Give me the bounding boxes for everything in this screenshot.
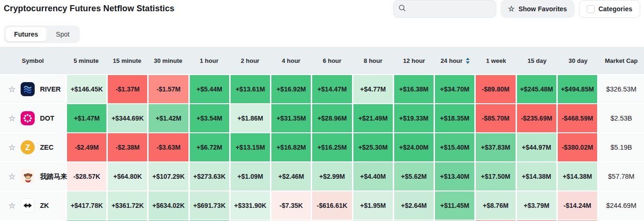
netflow-cell-15-minute: -$2.38M: [108, 133, 147, 161]
netflow-cell-12-hour: +$5.62M: [394, 162, 434, 191]
zksync-icon: [21, 198, 35, 213]
netflow-cell-30-minute: +$634.02K: [149, 191, 188, 220]
netflow-cell-24-hour: +$18.35M: [435, 104, 474, 132]
col-header-label: 6 hour: [323, 57, 342, 64]
col-header-15-minute[interactable]: 15 minute: [106, 47, 147, 74]
netflow-cell-4-hour: +$16.82M: [271, 133, 311, 161]
table-row: ☆DOT+$1.47M+$344.69K+$1.42M+$3.54M+$1.86…: [0, 104, 644, 132]
col-header-12-hour[interactable]: 12 hour: [394, 47, 434, 74]
symbol-cell-dot[interactable]: ☆DOT: [0, 104, 66, 132]
netflow-cell-8-hour: +$25.30M: [353, 133, 393, 161]
netflow-table: Symbol5 minute15 minute30 minute1 hour2 …: [0, 47, 644, 221]
page-title: Cryptocurrency Futures Netflow Statistic…: [4, 4, 174, 14]
coin-symbol-label: ZEC: [40, 144, 53, 151]
netflow-cell-8-hour: +$4.77M: [353, 75, 393, 103]
symbol-cell--[interactable]: ☆我踏马来了: [0, 162, 66, 191]
col-header-5-minute[interactable]: 5 minute: [66, 47, 106, 74]
netflow-cell-15-minute: +$64.80K: [108, 162, 147, 191]
market-cap-cell: $244.69M: [599, 191, 644, 220]
netflow-cell-1-hour: +$5.44M: [190, 75, 229, 103]
sort-arrows-icon[interactable]: [466, 58, 470, 64]
netflow-cell-2-hour: +$1.09M: [231, 162, 270, 191]
netflow-cell-6-hour: -$616.61K: [312, 191, 352, 220]
table-row: ☆我踏马来了-$28.57K+$64.80K+$107.29K+$273.63K…: [0, 162, 644, 191]
netflow-cell-24-hour: +$34.70M: [435, 75, 474, 103]
netflow-cell-6-hour: +$28.96M: [312, 104, 352, 132]
search-input[interactable]: [409, 5, 491, 13]
star-icon: ☆: [508, 5, 515, 13]
netflow-cell-2-hour: +$331.90K: [231, 191, 270, 220]
show-favorites-label: Show Favorites: [518, 5, 567, 13]
tab-spot[interactable]: Spot: [47, 27, 78, 41]
col-header-label: 8 hour: [364, 57, 382, 64]
tab-futures[interactable]: Futures: [6, 27, 46, 41]
favorite-star-icon[interactable]: ☆: [8, 85, 15, 93]
netflow-cell-15-day: +$3.79M: [517, 191, 556, 220]
netflow-cell-30-day: -$468.59M: [558, 104, 597, 132]
netflow-cell-5-minute: -$2.49M: [67, 133, 106, 161]
netflow-cell-5-minute: -$28.57K: [67, 162, 106, 191]
netflow-cell-6-hour: +$16.25M: [312, 133, 352, 161]
col-header-4-hour[interactable]: 4 hour: [270, 47, 311, 74]
netflow-cell-12-hour: +$16.38M: [394, 75, 434, 103]
col-header-30-day[interactable]: 30 day: [558, 47, 599, 74]
netflow-cell-1-week: +$8.76M: [476, 191, 515, 220]
checkbox-icon[interactable]: [587, 5, 595, 13]
netflow-cell-15-day: +$14.38M: [517, 162, 556, 191]
col-header-30-minute[interactable]: 30 minute: [148, 47, 188, 74]
categories-label: Categories: [599, 5, 632, 13]
netflow-cell-1-hour: +$6.72M: [190, 133, 229, 161]
symbol-cell-zec[interactable]: ☆ZZEC: [0, 133, 66, 161]
netflow-cell-1-week: -$89.80M: [476, 75, 515, 103]
col-header-15-day[interactable]: 15 day: [517, 47, 557, 74]
netflow-cell-12-hour: +$19.33M: [394, 104, 434, 132]
coin-symbol-label: RIVER: [40, 85, 60, 93]
netflow-cell-24-hour: +$13.40M: [435, 162, 474, 191]
col-header-6-hour[interactable]: 6 hour: [312, 47, 352, 74]
netflow-cell-8-hour: +$4.40M: [353, 162, 393, 191]
netflow-cell-8-hour: +$21.49M: [353, 104, 393, 132]
netflow-cell-1-hour: +$3.54M: [190, 104, 229, 132]
netflow-cell-15-minute: +$361.72K: [108, 191, 147, 220]
netflow-cell-12-hour: +$2.64M: [394, 191, 434, 220]
netflow-cell-4-hour: +$2.46M: [271, 162, 311, 191]
col-header-8-hour[interactable]: 8 hour: [352, 47, 393, 74]
col-header-symbol[interactable]: Symbol: [0, 47, 66, 74]
symbol-cell-river[interactable]: ☆RIVER: [0, 75, 66, 103]
netflow-cell-4-hour: -$7.35K: [271, 191, 311, 220]
col-header-label: 30 day: [569, 57, 587, 64]
col-header-label: 1 week: [486, 57, 506, 64]
netflow-cell-15-minute: +$344.69K: [108, 104, 147, 132]
col-header-market-cap[interactable]: Market Cap: [599, 47, 644, 74]
col-header-label: 4 hour: [282, 57, 300, 64]
netflow-cell-15-day: +$44.97M: [517, 133, 556, 161]
netflow-cell-15-day: -$235.69M: [517, 104, 556, 132]
col-header-24-hour[interactable]: 24 hour: [434, 47, 475, 74]
netflow-cell-30-minute: +$1.42M: [149, 104, 188, 132]
symbol-cell-zk[interactable]: ☆ZK: [0, 191, 66, 220]
show-favorites-button[interactable]: ☆ Show Favorites: [501, 0, 575, 18]
netflow-cell-12-hour: +$24.00M: [394, 133, 434, 161]
netflow-cell-5-minute: +$146.45K: [67, 75, 106, 103]
table-row: ☆RIVER+$146.45K-$1.37M-$1.57M+$5.44M+$13…: [0, 75, 644, 103]
favorite-star-icon[interactable]: ☆: [8, 173, 15, 181]
netflow-cell-1-week: -$85.70M: [476, 104, 515, 132]
col-header-2-hour[interactable]: 2 hour: [230, 47, 270, 74]
favorite-star-icon[interactable]: ☆: [8, 114, 15, 122]
table-header-row: Symbol5 minute15 minute30 minute1 hour2 …: [0, 47, 644, 74]
netflow-cell-30-minute: -$3.63M: [149, 133, 188, 161]
netflow-cell-6-hour: +$2.99M: [312, 162, 352, 191]
favorite-star-icon[interactable]: ☆: [8, 202, 15, 210]
svg-text:Z: Z: [25, 143, 30, 152]
col-header-label: 2 hour: [241, 57, 260, 64]
table-row: ☆ZZEC-$2.49M-$2.38M-$3.63M+$6.72M+$13.15…: [0, 133, 644, 161]
market-cap-cell: $57.78M: [599, 162, 644, 191]
netflow-cell-1-week: +$37.83M: [476, 133, 515, 161]
col-header-label: 15 minute: [113, 57, 142, 64]
netflow-cell-24-hour: +$11.45M: [435, 191, 474, 220]
categories-button[interactable]: Categories: [579, 0, 640, 18]
favorite-star-icon[interactable]: ☆: [8, 144, 15, 152]
col-header-1-hour[interactable]: 1 hour: [188, 47, 229, 74]
col-header-1-week[interactable]: 1 week: [476, 47, 517, 74]
search-box[interactable]: [393, 0, 496, 18]
